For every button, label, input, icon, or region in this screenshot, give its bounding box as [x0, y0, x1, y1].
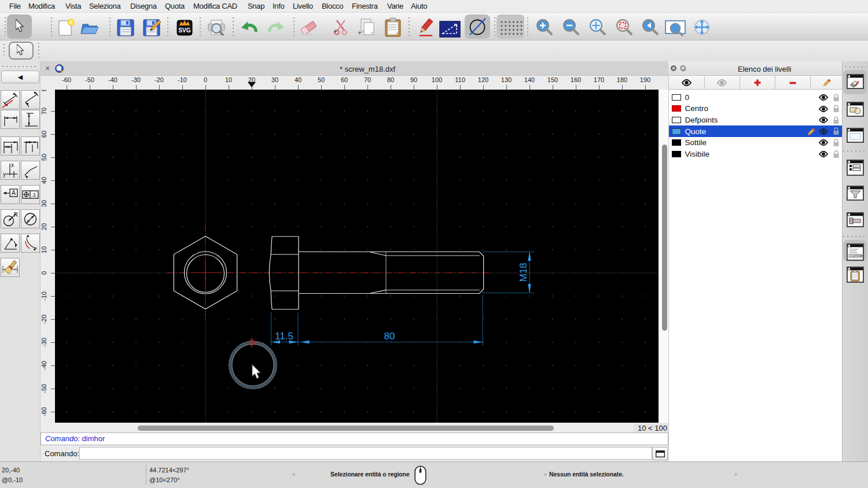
svg-text:A: A: [12, 190, 16, 196]
svg-text:M18: M18: [518, 263, 529, 282]
svg-text:R: R: [14, 212, 18, 218]
svg-text:11.5: 11.5: [275, 331, 293, 342]
svg-text:x: x: [11, 162, 14, 168]
svg-text:y: y: [3, 171, 6, 178]
svg-text:+: +: [358, 29, 362, 36]
svg-text:SVG: SVG: [178, 27, 190, 34]
svg-text:+: +: [333, 28, 337, 35]
svg-text:80: 80: [384, 331, 395, 342]
svg-text:c command: c command: [850, 254, 864, 257]
svg-text:.1: .1: [32, 192, 36, 198]
